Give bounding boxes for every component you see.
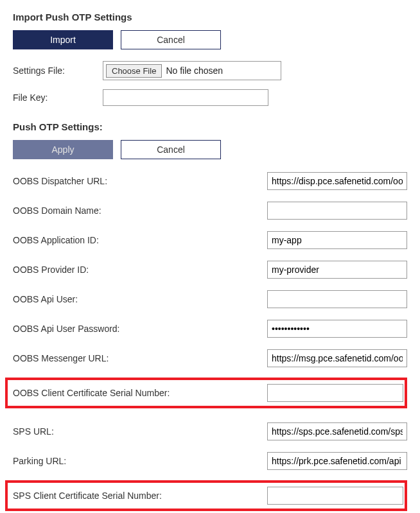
messenger-url-input[interactable] <box>267 349 407 367</box>
sps-cert-serial-row: SPS Client Certificate Serial Number: <box>13 485 403 506</box>
sps-url-row: SPS URL: <box>13 421 407 442</box>
import-button[interactable]: Import <box>13 30 113 49</box>
provider-id-label: OOBS Provider ID: <box>13 265 267 275</box>
sps-cert-highlight: SPS Client Certificate Serial Number: <box>5 480 407 511</box>
import-cancel-button[interactable]: Cancel <box>121 30 221 49</box>
oobs-cert-serial-input[interactable] <box>267 384 403 402</box>
settings-file-label: Settings File: <box>13 65 103 76</box>
dispatcher-url-row: OOBS Dispatcher URL: <box>13 171 407 191</box>
oobs-cert-serial-label: OOBS Client Certificate Serial Number: <box>13 388 267 398</box>
api-user-label: OOBS Api User: <box>13 294 267 304</box>
provider-id-row: OOBS Provider ID: <box>13 259 407 280</box>
api-user-password-label: OOBS Api User Password: <box>13 324 267 334</box>
file-key-row: File Key: <box>13 89 407 106</box>
settings-file-row: Settings File: Choose File No file chose… <box>13 61 407 80</box>
application-id-input[interactable] <box>267 231 407 249</box>
parking-url-input[interactable] <box>267 452 407 470</box>
sps-cert-serial-input[interactable] <box>267 487 403 505</box>
file-key-input[interactable] <box>103 89 268 106</box>
api-user-password-row: OOBS Api User Password: <box>13 318 407 339</box>
sps-url-input[interactable] <box>267 422 407 440</box>
import-button-row: Import Cancel <box>13 30 407 49</box>
sps-url-label: SPS URL: <box>13 426 267 437</box>
file-key-label: File Key: <box>13 92 103 103</box>
parking-url-label: Parking URL: <box>13 456 267 466</box>
application-id-row: OOBS Application ID: <box>13 230 407 250</box>
file-chosen-status: No file chosen <box>166 65 223 76</box>
api-user-input[interactable] <box>267 290 407 308</box>
settings-button-row: Apply Cancel <box>13 140 407 159</box>
messenger-url-label: OOBS Messenger URL: <box>13 353 267 363</box>
api-user-password-input[interactable] <box>267 320 407 338</box>
choose-file-button[interactable]: Choose File <box>106 64 162 78</box>
file-input[interactable]: Choose File No file chosen <box>103 61 281 80</box>
domain-name-label: OOBS Domain Name: <box>13 205 267 216</box>
api-user-row: OOBS Api User: <box>13 289 407 309</box>
settings-section-title: Push OTP Settings: <box>13 121 407 132</box>
settings-cancel-button[interactable]: Cancel <box>121 140 221 159</box>
messenger-url-row: OOBS Messenger URL: <box>13 348 407 369</box>
dispatcher-url-input[interactable] <box>267 172 407 190</box>
parking-url-row: Parking URL: <box>13 451 407 471</box>
sps-cert-serial-label: SPS Client Certificate Serial Number: <box>13 491 267 501</box>
apply-button[interactable]: Apply <box>13 140 113 159</box>
oobs-cert-highlight: OOBS Client Certificate Serial Number: <box>5 378 407 408</box>
application-id-label: OOBS Application ID: <box>13 235 267 245</box>
dispatcher-url-label: OOBS Dispatcher URL: <box>13 176 267 186</box>
oobs-cert-serial-row: OOBS Client Certificate Serial Number: <box>13 383 403 403</box>
import-section-title: Import Push OTP Settings <box>13 12 407 22</box>
domain-name-row: OOBS Domain Name: <box>13 200 407 221</box>
domain-name-input[interactable] <box>267 202 407 220</box>
provider-id-input[interactable] <box>267 261 407 279</box>
